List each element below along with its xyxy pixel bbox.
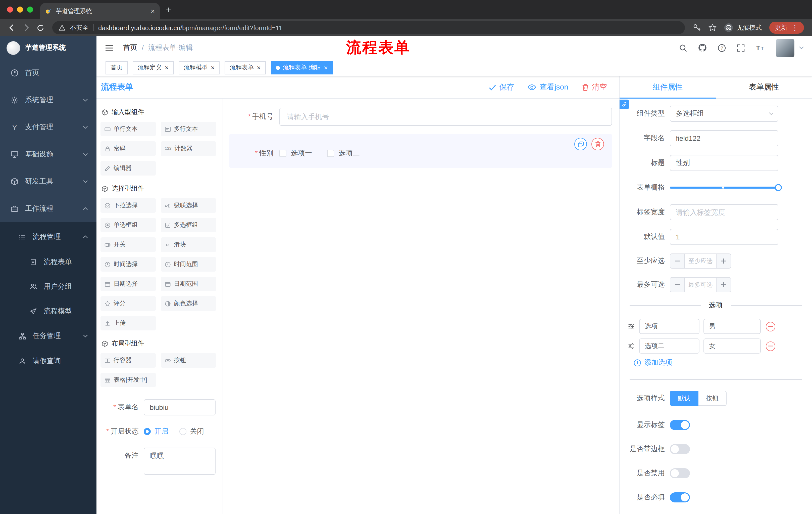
update-button[interactable]: 更新 ⋮ (769, 22, 804, 34)
security-warning-icon[interactable] (59, 24, 65, 31)
url-text[interactable]: dashboard.yudao.iocoder.cn/bpm/manager/f… (98, 24, 282, 31)
back-icon[interactable] (5, 21, 19, 35)
phone-field-row[interactable]: *手机号 (231, 108, 612, 126)
bookmark-star-icon[interactable] (708, 24, 717, 32)
checkbox-box[interactable] (279, 150, 286, 157)
palette-item-date-range[interactable]: 日期范围 (161, 277, 216, 291)
tag-close-icon[interactable]: × (211, 64, 214, 71)
tag-home[interactable]: 首页 (106, 61, 127, 74)
traffic-light-minimize[interactable] (17, 6, 23, 12)
palette-item-table[interactable]: 表格[开发中] (100, 373, 156, 387)
save-button[interactable]: 保存 (489, 82, 514, 92)
palette-item-slider[interactable]: 滑块 (161, 237, 216, 252)
checkbox-box[interactable] (327, 150, 334, 157)
style-default-button[interactable]: 默认 (670, 391, 698, 406)
palette-item-switch[interactable]: 开关 (100, 237, 156, 252)
option-value-input[interactable] (703, 319, 761, 334)
option-value-input[interactable] (703, 339, 761, 354)
tag-close-icon[interactable]: × (165, 64, 169, 71)
traffic-light-close[interactable] (7, 6, 13, 12)
security-label[interactable]: 不安全 (70, 23, 89, 32)
stepper-value[interactable]: 至少应选 (685, 254, 716, 268)
font-size-icon[interactable]: TT (756, 44, 765, 52)
selected-component-gender[interactable]: *性别 选项一 选项二 (229, 134, 612, 168)
sidebar-item-home[interactable]: 首页 (0, 59, 96, 86)
reload-icon[interactable] (33, 21, 47, 35)
slider-handle[interactable] (775, 184, 782, 191)
sidebar-item-leave-query[interactable]: 请假查询 (0, 349, 96, 374)
user-avatar[interactable] (776, 38, 794, 57)
stepper-plus-button[interactable] (716, 254, 731, 268)
search-icon[interactable] (679, 44, 687, 52)
delete-component-button[interactable] (591, 138, 604, 151)
incognito-badge[interactable]: 无痕模式 (724, 23, 762, 32)
required-switch[interactable] (670, 492, 690, 503)
browser-menu-dots-icon[interactable]: ⋮ (791, 24, 799, 31)
disabled-switch[interactable] (670, 468, 690, 478)
remark-textarea[interactable]: 嘿嘿 (144, 448, 215, 475)
gender-option-2[interactable]: 选项二 (327, 149, 360, 158)
palette-item-select[interactable]: 下拉选择 (100, 198, 156, 213)
palette-item-textarea[interactable]: 多行文本 (161, 122, 216, 136)
stepper-minus-button[interactable] (670, 278, 685, 292)
new-tab-button[interactable]: + (166, 5, 171, 14)
palette-item-time-range[interactable]: 时间范围 (161, 257, 216, 272)
sidebar-item-payment[interactable]: ¥ 支付管理 (0, 114, 96, 141)
password-key-icon[interactable] (693, 24, 701, 32)
tag-close-icon[interactable]: × (324, 64, 328, 71)
sidebar-item-devtools[interactable]: 研发工具 (0, 168, 96, 195)
sidebar-item-process-management[interactable]: 流程管理 (0, 224, 96, 249)
palette-item-button[interactable]: 按钮 (161, 353, 216, 368)
title-input[interactable] (670, 155, 778, 171)
clear-button[interactable]: 清空 (582, 82, 607, 92)
sidebar-item-task-management[interactable]: 任务管理 (0, 323, 96, 349)
tag-process-model[interactable]: 流程模型× (179, 61, 220, 74)
form-name-input[interactable] (144, 399, 215, 415)
phone-input[interactable] (279, 108, 612, 126)
github-icon[interactable] (698, 43, 707, 52)
border-switch[interactable] (670, 444, 690, 454)
add-option-button[interactable]: 添加选项 (634, 358, 812, 367)
slider-track[interactable] (670, 187, 778, 189)
option-label-input[interactable] (639, 339, 699, 354)
component-type-select[interactable]: 多选框组 (670, 106, 778, 122)
sidebar-item-user-group[interactable]: 用户分组 (0, 274, 96, 299)
grid-slider[interactable] (670, 180, 778, 196)
forward-icon[interactable] (19, 21, 33, 35)
drag-handle-icon[interactable] (628, 343, 635, 350)
palette-item-time-picker[interactable]: 时间选择 (100, 257, 156, 272)
gender-option-1[interactable]: 选项一 (279, 149, 312, 158)
sidebar-item-system[interactable]: 系统管理 (0, 86, 96, 114)
palette-item-upload[interactable]: 上传 (100, 316, 156, 330)
tag-process-definition[interactable]: 流程定义× (133, 61, 174, 74)
palette-item-radio-group[interactable]: 单选框组 (100, 218, 156, 232)
tab-close-icon[interactable]: × (151, 7, 155, 15)
sidebar-logo[interactable]: 芋道管理系统 (0, 36, 96, 59)
copy-component-button[interactable] (574, 138, 587, 151)
tag-process-form[interactable]: 流程表单× (225, 61, 266, 74)
style-button-button[interactable]: 按钮 (698, 391, 727, 406)
link-badge-icon[interactable] (619, 100, 629, 109)
palette-item-text-input[interactable]: 单行文本 (100, 122, 156, 136)
status-on-radio[interactable]: 开启 (144, 427, 168, 436)
remove-option-button[interactable] (766, 322, 775, 331)
form-canvas[interactable]: *手机号 *性别 (223, 99, 619, 514)
traffic-light-zoom[interactable] (27, 6, 33, 12)
tab-form-props[interactable]: 表单属性 (716, 77, 812, 98)
stepper-minus-button[interactable] (670, 254, 685, 268)
browser-tab[interactable]: 芋道管理系统 × (40, 3, 160, 19)
hamburger-icon[interactable] (105, 44, 114, 52)
status-off-radio[interactable]: 关闭 (179, 427, 204, 436)
palette-item-row-container[interactable]: 行容器 (100, 353, 156, 368)
palette-item-date-picker[interactable]: 日期选择 (100, 277, 156, 291)
option-label-input[interactable] (639, 319, 699, 334)
stepper-value[interactable]: 最多可选 (685, 278, 716, 292)
address-bar[interactable]: 不安全 dashboard.yudao.iocoder.cn/bpm/manag… (52, 21, 685, 34)
help-icon[interactable]: ? (718, 44, 726, 52)
remove-option-button[interactable] (766, 341, 775, 351)
field-name-input[interactable] (670, 130, 778, 146)
label-width-input[interactable] (670, 204, 778, 220)
fullscreen-icon[interactable] (736, 44, 745, 52)
palette-item-color-picker[interactable]: 颜色选择 (161, 296, 216, 311)
palette-item-cascader[interactable]: 级联选择 (161, 198, 216, 213)
